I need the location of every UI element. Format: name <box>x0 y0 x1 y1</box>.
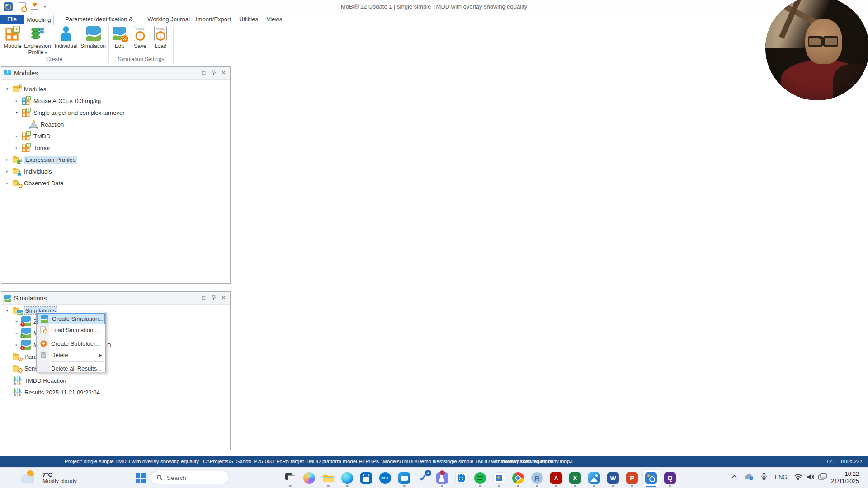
expander-icon[interactable]: ▸ <box>14 145 19 150</box>
module-orange-icon <box>21 131 31 141</box>
microphone-icon[interactable] <box>761 473 767 480</box>
tree-item-observed-data[interactable]: ▸ Observed Data <box>5 178 63 188</box>
acrobat-icon[interactable]: A <box>550 472 562 484</box>
r-console-icon[interactable]: R <box>531 472 543 484</box>
tray-date: 21/11/2025 <box>823 478 859 485</box>
ribbon: Module Expression Profile Individual Sim… <box>0 24 868 65</box>
onedrive-cloud-icon[interactable] <box>744 474 754 480</box>
start-button[interactable] <box>136 473 146 483</box>
trash-icon <box>39 351 47 359</box>
tab-file[interactable]: File <box>0 15 24 24</box>
simulations-folder-icon <box>12 306 22 315</box>
copilot-icon[interactable] <box>303 472 315 484</box>
simulation-icon <box>40 315 48 323</box>
maximize-panel-icon[interactable]: □ <box>201 70 207 75</box>
expression-profile-button[interactable]: Expression Profile <box>23 25 52 56</box>
tab-working-journal[interactable]: Working Journal <box>145 15 192 24</box>
dell-icon[interactable]: DELL <box>379 472 391 484</box>
tree-item-simulation-1[interactable]: ▸ ! 2 <box>14 316 37 326</box>
file-explorer-icon[interactable] <box>322 472 334 484</box>
app-grid-icon[interactable] <box>455 472 467 484</box>
group-separator <box>173 26 174 63</box>
language-indicator[interactable]: ENG <box>775 474 787 480</box>
powerpoint-icon[interactable]: P <box>626 472 638 484</box>
menu-item-create-simulation[interactable]: Create Simulation... <box>37 313 105 324</box>
tree-item-single-target[interactable]: ▾ Single target and complex turnover <box>14 108 125 117</box>
expander-icon[interactable]: ▸ <box>5 157 9 162</box>
expander-icon[interactable]: ▸ <box>5 181 9 185</box>
mobi-taskbar-icon[interactable] <box>645 472 657 484</box>
expander-icon[interactable]: ▸ <box>5 169 9 174</box>
search-box[interactable]: Search <box>151 471 229 484</box>
tree-item-simulation-2[interactable]: ▸ ✓ M <box>14 328 38 338</box>
modules-folder-icon <box>12 84 22 94</box>
menu-item-create-subfolder[interactable]: Create Subfolder... <box>37 338 105 349</box>
volume-icon[interactable] <box>807 474 815 480</box>
menu-item-delete-all-results[interactable]: Delete all Results... <box>37 363 105 374</box>
expander-icon[interactable]: ▸ <box>14 99 19 103</box>
photos-icon[interactable] <box>588 472 600 484</box>
task-view-icon[interactable] <box>284 472 296 484</box>
tab-import-export[interactable]: Import/Export <box>193 15 234 24</box>
warning-badge-icon: ! <box>20 346 25 350</box>
todo-badge: 4 <box>425 470 431 476</box>
active-app-indicator <box>646 486 656 487</box>
tree-item-results[interactable]: Results 2025-11-21 09:23:04 <box>12 387 100 397</box>
running-indicator <box>631 485 633 487</box>
q-app-icon[interactable]: Q <box>664 472 676 484</box>
wifi-icon[interactable] <box>794 474 802 480</box>
taskbar <box>0 467 868 488</box>
expander-icon[interactable]: ▸ <box>14 343 19 347</box>
tree-item-simulation-3[interactable]: ▸ ! M <box>14 340 38 350</box>
tree-item-mouse-adc[interactable]: ▸ Mouse ADC i.v. 0.3 mg/kg <box>14 96 101 106</box>
context-menu: Create Simulation... Load Simulation... … <box>36 312 106 372</box>
individual-icon <box>58 25 74 42</box>
maximize-panel-icon[interactable]: □ <box>201 295 207 300</box>
expander-icon[interactable]: ▸ <box>14 134 19 138</box>
load-simulation-settings-button[interactable]: PKML ↓ Load <box>146 25 175 49</box>
edge-icon[interactable] <box>341 472 353 484</box>
webcam-overlay <box>765 0 868 100</box>
pin-panel-icon[interactable] <box>211 70 217 75</box>
tab-parameter-identification[interactable]: Parameter Identification & Sensitivity <box>54 15 144 24</box>
load-pkml-icon: PKML ↓ <box>152 25 169 42</box>
expander-icon[interactable]: ▾ <box>5 87 9 91</box>
close-panel-icon[interactable]: ✕ <box>221 70 226 75</box>
tree-item-individuals[interactable]: ▸ Individuals <box>5 166 52 176</box>
tab-utilities[interactable]: Utilities <box>235 15 263 24</box>
tree-item-tumor[interactable]: ▸ Tumor <box>14 143 50 153</box>
excel-icon[interactable]: X <box>569 472 581 484</box>
parameter-identification-icon <box>12 388 22 397</box>
individual-button[interactable]: Individual <box>52 25 80 49</box>
tray-chevron-up-icon[interactable] <box>731 475 737 479</box>
expander-icon[interactable]: ▾ <box>14 110 19 115</box>
expander-icon[interactable]: ▸ <box>14 319 19 324</box>
module-orange-icon <box>21 108 31 117</box>
pin-panel-icon[interactable] <box>211 295 217 300</box>
tab-views[interactable]: Views <box>264 15 285 24</box>
chrome-icon[interactable] <box>512 472 524 484</box>
weather-widget[interactable]: 7°C Mostly cloudy <box>21 470 77 485</box>
menu-item-load-simulation[interactable]: Load Simulation... <box>37 324 105 336</box>
create-simulation-button[interactable]: Simulation <box>79 25 108 49</box>
clock[interactable]: 10:22 21/11/2025 <box>823 470 859 485</box>
word-icon[interactable]: W <box>607 472 619 484</box>
tree-item-tmdd-reaction[interactable]: TMDD Reaction <box>12 375 66 385</box>
pksim-icon[interactable] <box>493 472 505 484</box>
close-panel-icon[interactable]: ✕ <box>221 295 226 300</box>
menu-item-delete[interactable]: Delete ▶ <box>37 349 105 361</box>
individuals-folder-icon <box>12 167 22 176</box>
outlook-icon[interactable] <box>398 472 410 484</box>
submenu-arrow-icon: ▶ <box>99 353 102 357</box>
tree-item-sensitivity-analyses[interactable]: Sensi <box>12 363 39 373</box>
tree-item-tmdd[interactable]: ▸ TMDD <box>14 131 51 141</box>
tree-item-expression-profiles[interactable]: ▸ Expression Profiles <box>5 155 77 164</box>
spotify-icon[interactable] <box>474 472 486 484</box>
observed-data-folder-icon <box>12 178 22 188</box>
tab-modeling[interactable]: Modeling <box>24 15 54 25</box>
tree-item-reaction[interactable]: Reaction <box>28 119 64 129</box>
microsoft-store-icon[interactable] <box>360 472 372 484</box>
expander-icon[interactable]: ▾ <box>5 308 9 313</box>
tree-item-modules-root[interactable]: ▾ Modules <box>5 84 46 94</box>
expander-icon[interactable]: ▸ <box>14 331 19 335</box>
